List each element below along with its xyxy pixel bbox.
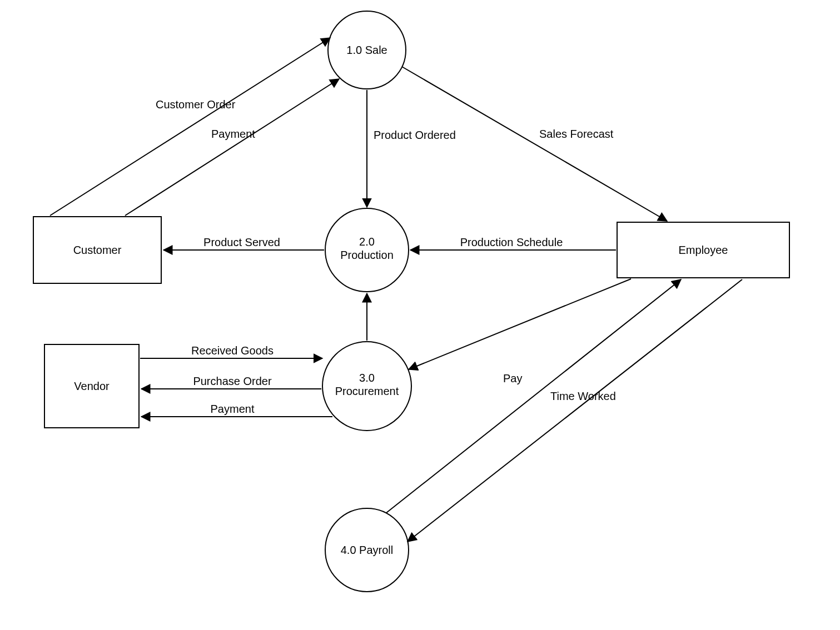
entity-vendor: Vendor — [44, 344, 139, 428]
flow-production-schedule: Production Schedule — [410, 236, 616, 250]
flow-payment-vendor: Payment — [141, 403, 332, 417]
svg-line-18 — [386, 279, 681, 513]
flow-product-ordered-label: Product Ordered — [374, 129, 456, 141]
process-production-num: 2.0 — [359, 236, 375, 248]
flow-product-served-label: Product Served — [203, 236, 280, 248]
entity-vendor-label: Vendor — [74, 380, 110, 392]
process-production-name: Production — [340, 249, 394, 261]
svg-line-7 — [50, 38, 330, 216]
process-sale: 1.0 Sale — [328, 11, 406, 89]
entity-customer: Customer — [33, 217, 161, 283]
process-procurement: 3.0 Procurement — [322, 342, 411, 431]
flow-pay: Pay — [386, 279, 681, 513]
flow-purchase-order-label: Purchase Order — [193, 375, 272, 387]
flow-sales-forecast: Sales Forecast — [402, 67, 667, 221]
flow-product-served: Product Served — [163, 236, 324, 250]
flow-time-worked-label: Time Worked — [550, 390, 616, 402]
flow-payment-customer-label: Payment — [211, 128, 255, 140]
flow-sales-forecast-label: Sales Forecast — [539, 128, 614, 140]
svg-line-19 — [407, 279, 742, 542]
flow-pay-label: Pay — [503, 372, 522, 384]
process-procurement-name: Procurement — [335, 385, 399, 397]
flow-payment-vendor-label: Payment — [211, 403, 255, 415]
flow-customer-order-label: Customer Order — [156, 98, 236, 111]
flow-customer-order: Customer Order — [50, 38, 330, 216]
flow-production-schedule-label: Production Schedule — [460, 236, 563, 248]
flow-received-goods: Received Goods — [140, 344, 322, 358]
process-procurement-num: 3.0 — [359, 372, 375, 384]
entity-customer-label: Customer — [73, 244, 122, 256]
flow-time-worked: Time Worked — [407, 279, 742, 542]
process-production: 2.0 Production — [325, 208, 409, 292]
flow-purchase-order: Purchase Order — [141, 375, 321, 389]
process-payroll-label: 4.0 Payroll — [341, 544, 394, 556]
dfd-diagram: Customer Vendor Employee 1.0 Sale 2.0 Pr… — [0, 0, 840, 630]
process-payroll: 4.0 Payroll — [325, 508, 409, 592]
process-sale-label: 1.0 Sale — [346, 44, 387, 56]
entity-employee: Employee — [617, 222, 789, 278]
svg-line-10 — [402, 67, 667, 221]
flow-employee-to-procurement — [409, 279, 631, 369]
flow-product-ordered: Product Ordered — [367, 90, 456, 207]
entity-employee-label: Employee — [679, 244, 728, 256]
flow-received-goods-label: Received Goods — [191, 344, 274, 357]
svg-line-14 — [409, 279, 631, 369]
